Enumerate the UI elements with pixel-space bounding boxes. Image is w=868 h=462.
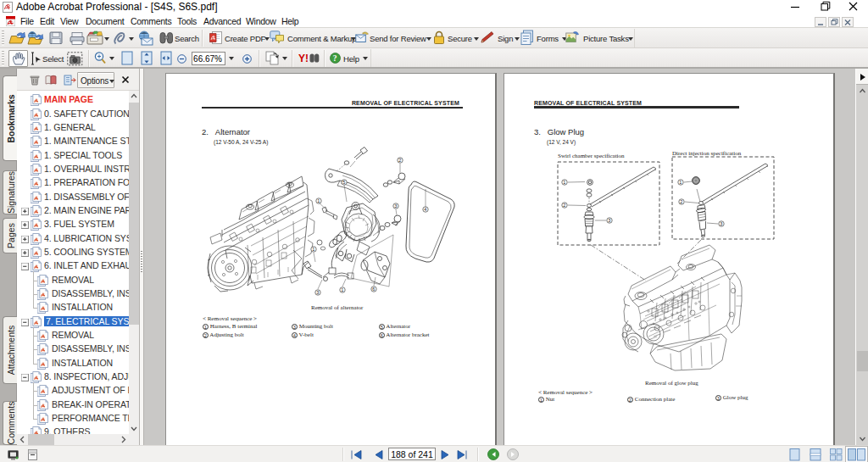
svg-text:2: 2	[563, 203, 565, 208]
svg-text:2: 2	[680, 199, 682, 204]
svg-text:1: 1	[312, 247, 314, 252]
svg-text:1: 1	[563, 180, 565, 185]
svg-text:3: 3	[608, 218, 610, 223]
svg-text:1: 1	[679, 180, 682, 185]
svg-text:1: 1	[317, 198, 320, 203]
svg-text:5: 5	[342, 180, 345, 185]
svg-text:4: 4	[424, 207, 426, 212]
svg-text:1: 1	[341, 287, 343, 292]
svg-text:Y!: Y!	[298, 53, 309, 64]
svg-text:3: 3	[394, 203, 397, 209]
svg-text:6: 6	[372, 287, 375, 292]
svg-text:3: 3	[316, 290, 319, 295]
svg-text:3: 3	[720, 221, 722, 226]
svg-text:2: 2	[398, 158, 401, 163]
svg-text:?: ?	[333, 54, 337, 63]
